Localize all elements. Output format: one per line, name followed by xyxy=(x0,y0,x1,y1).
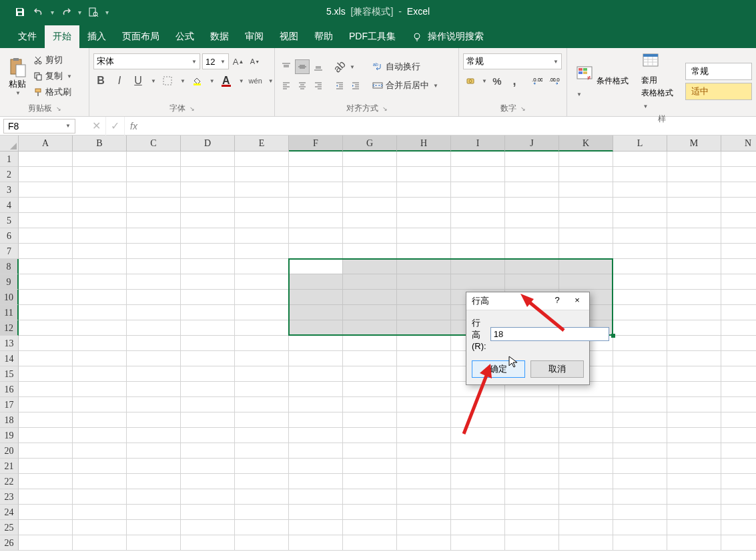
underline-button[interactable]: U xyxy=(131,73,145,88)
fill-handle[interactable] xyxy=(611,334,615,338)
col-header-J[interactable]: J xyxy=(505,135,559,152)
number-launcher[interactable]: ↘ xyxy=(520,105,526,112)
tab-insert[interactable]: 插入 xyxy=(79,25,114,48)
borders-button[interactable] xyxy=(160,73,175,88)
dialog-help-button[interactable]: ? xyxy=(550,295,564,307)
tab-home[interactable]: 开始 xyxy=(45,25,79,48)
font-size-combo[interactable]: 12▼ xyxy=(202,53,229,69)
number-format-combo[interactable]: 常规▼ xyxy=(463,53,562,69)
format-table-button[interactable]: 套用 表格格式 ▼ xyxy=(637,51,681,112)
align-launcher[interactable]: ↘ xyxy=(382,105,388,112)
increase-decimal-button[interactable]: .0.00 xyxy=(530,73,544,88)
row-header-15[interactable]: 15 xyxy=(0,366,19,382)
row-header-25[interactable]: 25 xyxy=(0,520,19,535)
align-middle-button[interactable] xyxy=(295,59,310,74)
tab-help[interactable]: 帮助 xyxy=(306,25,341,48)
name-box[interactable]: F8▼ xyxy=(3,119,75,133)
ok-button[interactable]: 确定 xyxy=(472,360,525,378)
dialog-titlebar[interactable]: 行高 ? × xyxy=(466,292,589,310)
align-center-button[interactable] xyxy=(295,78,310,93)
save-button[interactable] xyxy=(13,5,27,19)
bold-button[interactable]: B xyxy=(93,73,108,88)
undo-button[interactable] xyxy=(32,5,45,19)
tab-pagelayout[interactable]: 页面布局 xyxy=(114,25,167,48)
row-header-18[interactable]: 18 xyxy=(0,412,19,428)
clipboard-launcher[interactable]: ↘ xyxy=(56,105,61,112)
font-color-button[interactable]: A xyxy=(219,73,234,88)
align-left-button[interactable] xyxy=(279,78,294,93)
fill-color-button[interactable] xyxy=(190,73,204,88)
col-header-G[interactable]: G xyxy=(343,135,397,152)
row-header-23[interactable]: 23 xyxy=(0,489,19,505)
row-header-21[interactable]: 21 xyxy=(0,459,19,474)
col-header-F[interactable]: F xyxy=(289,135,343,152)
enter-formula-button[interactable]: ✓ xyxy=(106,117,125,135)
row-header-24[interactable]: 24 xyxy=(0,505,19,520)
row-header-9[interactable]: 9 xyxy=(0,274,19,290)
qat-customize[interactable]: ▾ xyxy=(105,9,109,16)
col-header-K[interactable]: K xyxy=(559,135,613,152)
cancel-formula-button[interactable]: ✕ xyxy=(87,117,106,135)
cut-button[interactable]: 剪切 xyxy=(31,53,75,67)
col-header-E[interactable]: E xyxy=(235,135,289,152)
conditional-format-button[interactable]: ≠ 条件格式 ▼ xyxy=(571,63,633,100)
format-painter-button[interactable]: 格式刷 xyxy=(31,85,75,99)
row-header-2[interactable]: 2 xyxy=(0,167,19,182)
dialog-close-button[interactable]: × xyxy=(571,295,584,307)
row-header-22[interactable]: 22 xyxy=(0,474,19,489)
percent-button[interactable]: % xyxy=(490,73,504,88)
col-header-L[interactable]: L xyxy=(613,135,667,152)
col-header-I[interactable]: I xyxy=(451,135,505,152)
cancel-button[interactable]: 取消 xyxy=(530,360,584,378)
row-header-12[interactable]: 12 xyxy=(0,320,19,336)
row-header-3[interactable]: 3 xyxy=(0,182,19,198)
tab-data[interactable]: 数据 xyxy=(202,25,237,48)
row-height-input[interactable] xyxy=(490,327,609,341)
cell-style-good[interactable]: 适中 xyxy=(685,83,752,100)
row-header-6[interactable]: 6 xyxy=(0,228,19,244)
row-header-14[interactable]: 14 xyxy=(0,351,19,366)
select-all-corner[interactable] xyxy=(0,135,19,152)
redo-button[interactable] xyxy=(59,5,73,19)
tell-me[interactable]: 操作说明搜索 xyxy=(404,25,492,48)
tab-formulas[interactable]: 公式 xyxy=(167,25,202,48)
tab-view[interactable]: 视图 xyxy=(272,25,306,48)
col-header-C[interactable]: C xyxy=(127,135,181,152)
col-header-B[interactable]: B xyxy=(73,135,127,152)
accounting-format-button[interactable] xyxy=(463,73,478,88)
copy-button[interactable]: 复制▼ xyxy=(31,69,75,83)
row-header-7[interactable]: 7 xyxy=(0,244,19,259)
row-header-26[interactable]: 26 xyxy=(0,535,19,551)
tab-review[interactable]: 审阅 xyxy=(237,25,272,48)
row-header-13[interactable]: 13 xyxy=(0,336,19,351)
increase-font-button[interactable]: A▲ xyxy=(231,54,246,69)
col-header-A[interactable]: A xyxy=(19,135,73,152)
tab-file[interactable]: 文件 xyxy=(10,25,45,48)
row-header-4[interactable]: 4 xyxy=(0,198,19,213)
tab-pdf[interactable]: PDF工具集 xyxy=(341,25,404,48)
col-header-D[interactable]: D xyxy=(181,135,235,152)
print-preview-button[interactable] xyxy=(87,5,100,19)
row-header-5[interactable]: 5 xyxy=(0,213,19,228)
phonetic-button[interactable]: wén xyxy=(248,73,263,88)
row-header-16[interactable]: 16 xyxy=(0,382,19,397)
align-right-button[interactable] xyxy=(311,78,326,93)
italic-button[interactable]: I xyxy=(112,73,127,88)
comma-button[interactable]: , xyxy=(507,73,522,88)
row-header-10[interactable]: 10 xyxy=(0,290,19,305)
col-header-H[interactable]: H xyxy=(397,135,451,152)
paste-button[interactable]: 粘贴 ▼ xyxy=(4,55,31,97)
cell-style-normal[interactable]: 常规 xyxy=(685,63,752,80)
font-launcher[interactable]: ↘ xyxy=(190,105,195,112)
merge-center-button[interactable]: 合并后居中▼ xyxy=(370,78,441,93)
font-name-combo[interactable]: 宋体▼ xyxy=(93,53,200,69)
col-header-M[interactable]: M xyxy=(667,135,721,152)
fx-label[interactable]: fx xyxy=(125,121,143,131)
col-header-N[interactable]: N xyxy=(721,135,756,152)
align-bottom-button[interactable] xyxy=(311,59,326,74)
orientation-button[interactable]: ab xyxy=(332,59,347,74)
row-header-1[interactable]: 1 xyxy=(0,152,19,167)
align-top-button[interactable] xyxy=(279,59,294,74)
wrap-text-button[interactable]: ab自动换行 xyxy=(370,59,441,74)
decrease-decimal-button[interactable]: .00.0 xyxy=(547,73,562,88)
